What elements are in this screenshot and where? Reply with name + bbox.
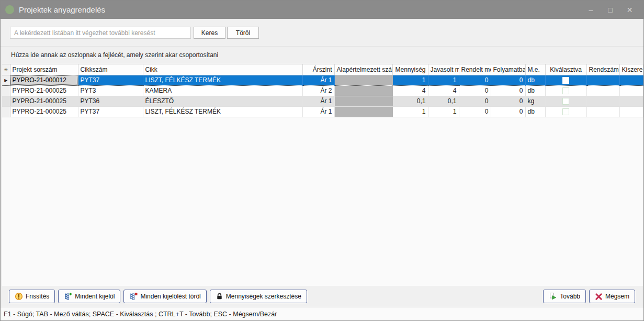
table-row[interactable]: PYPRO-21-000025PYT3KAMERAÁr 24400db [2,85,643,96]
forward-button[interactable]: Tovább [543,290,586,303]
search-button[interactable]: Keres [194,27,225,39]
row-indicator[interactable] [2,106,10,117]
grid-cell-kivalasztva[interactable] [545,85,586,96]
row-checkbox[interactable] [562,98,569,105]
bottom-toolbar: Frissítés Mindent kijelöl Minden [1,286,643,307]
grid-cell-rendelt-mennyiseg[interactable]: 0 [459,85,491,96]
row-indicator[interactable] [2,85,10,96]
minimize-button[interactable]: – [581,6,601,14]
column-header-alapertelmezett-szallito[interactable]: Alapértelmezett szállí [334,64,392,75]
row-checkbox[interactable] [562,108,569,115]
column-header-rendelt-mennyiseg[interactable]: Rendelt me [459,64,491,75]
grid-cell-projekt-sorszam[interactable]: PYPRO-21-000025 [10,85,78,96]
column-header-kiszereles[interactable]: Kiszere [619,64,643,75]
group-by-panel[interactable]: Húzza ide annak az oszlopnak a fejlécét,… [1,47,643,64]
row-indicator[interactable]: ▶ [2,75,10,85]
grid-cell-cikk[interactable]: LISZT, FÉLKÉSZ TERMÉK [143,75,302,85]
grid-cell-me[interactable]: kg [525,96,545,106]
column-header-mennyiseg[interactable]: Mennyiség [392,64,428,75]
edit-quantities-button[interactable]: Mennyiségek szerkesztése [210,290,307,303]
grid-cell-arszint[interactable]: Ár 1 [302,106,334,117]
grid-cell-cikk[interactable]: LISZT, FÉLKÉSZ TERMÉK [143,106,302,117]
grid-cell-rendelt-mennyiseg[interactable]: 0 [459,106,491,117]
grid-cell-kivalasztva[interactable] [545,96,586,106]
grid-cell-alapertelmezett-szallito[interactable] [334,75,392,85]
column-header-folyamatban[interactable]: Folyamatba [491,64,525,75]
grid-cell-cikkszam[interactable]: PYT37 [78,106,143,117]
window: Projektek anyagrendelés – □ ✕ Keres Törö… [0,0,644,321]
grid-cell-kivalasztva[interactable] [545,75,586,85]
grid-cell-mennyiseg[interactable]: 1 [392,75,428,85]
grid-cell-folyamatban[interactable]: 0 [491,106,525,117]
grid-cell-cikkszam[interactable]: PYT37 [78,75,143,85]
grid-cell-arszint[interactable]: Ár 2 [302,85,334,96]
titlebar[interactable]: Projektek anyagrendelés – □ ✕ [1,1,643,19]
search-input[interactable] [10,27,191,39]
grid-cell-alapertelmezett-szallito[interactable] [334,96,392,106]
table-row[interactable]: ▶PYPRO-21-000012PYT37LISZT, FÉLKÉSZ TERM… [2,75,643,85]
grid-cell-cikk[interactable]: KAMERA [143,85,302,96]
column-header-javasolt-mennyiseg[interactable]: Javasolt me [428,64,459,75]
column-header-cikk[interactable]: Cikk [143,64,302,75]
grid-cell-kiszereles[interactable] [619,106,643,117]
refresh-button[interactable]: Frissítés [9,290,55,303]
table-row[interactable]: PYPRO-21-000025PYT36ÉLESZTŐÁr 10,10,100k… [2,96,643,106]
maximize-button[interactable]: □ [601,6,620,14]
grid-cell-arszint[interactable]: Ár 1 [302,75,334,85]
grid-cell-projekt-sorszam[interactable]: PYPRO-21-000025 [10,106,78,117]
grid-cell-cikkszam[interactable]: PYT36 [78,96,143,106]
grid-cell-alapertelmezett-szallito[interactable] [334,85,392,96]
column-header-cikkszam[interactable]: Cikkszám [78,64,143,75]
column-header-arszint[interactable]: Árszint [302,64,334,75]
grid-cell-me[interactable]: db [525,75,545,85]
row-checkbox[interactable] [562,87,569,94]
column-header-projekt-sorszam[interactable]: Projekt sorszám [10,64,78,75]
app-icon [5,5,14,14]
grid-cell-folyamatban[interactable]: 0 [491,96,525,106]
close-button[interactable]: ✕ [620,6,639,14]
window-controls: – □ ✕ [581,1,639,19]
cancel-button[interactable]: Mégsem [589,290,635,303]
grid-corner-header[interactable]: ✳ [2,64,10,75]
grid-cell-me[interactable]: db [525,85,545,96]
row-indicator[interactable] [2,96,10,106]
grid-cell-projekt-sorszam[interactable]: PYPRO-21-000025 [10,96,78,106]
grid-cell-rendszam[interactable] [586,85,619,96]
grid-cell-rendszam[interactable] [586,96,619,106]
grid-cell-kiszereles[interactable] [619,85,643,96]
grid-cell-kiszereles[interactable] [619,96,643,106]
clear-selection-label: Minden kijelölést töröl [140,293,200,300]
grid-cell-mennyiseg[interactable]: 4 [392,85,428,96]
grid-cell-rendelt-mennyiseg[interactable]: 0 [459,75,491,85]
column-header-rendszam[interactable]: Rendszám [586,64,619,75]
column-header-me[interactable]: M.e. [525,64,545,75]
grid-cell-mennyiseg[interactable]: 0,1 [392,96,428,106]
grid-cell-projekt-sorszam[interactable]: PYPRO-21-000012 [10,75,78,85]
grid-cell-alapertelmezett-szallito[interactable] [334,106,392,117]
grid-cell-kiszereles[interactable] [619,75,643,85]
forward-icon [549,292,557,301]
select-all-button[interactable]: Mindent kijelöl [58,290,120,303]
grid-cell-folyamatban[interactable]: 0 [491,75,525,85]
grid: ✳Projekt sorszámCikkszámCikkÁrszintAlapé… [2,64,643,286]
row-checkbox[interactable] [562,77,569,84]
clear-search-button[interactable]: Töröl [227,27,259,39]
clear-selection-button[interactable]: Minden kijelölést töröl [123,290,206,303]
grid-cell-rendszam[interactable] [586,106,619,117]
grid-cell-javasolt-mennyiseg[interactable]: 1 [428,75,459,85]
grid-cell-kivalasztva[interactable] [545,106,586,117]
grid-cell-rendelt-mennyiseg[interactable]: 0 [459,96,491,106]
table-row[interactable]: PYPRO-21-000025PYT37LISZT, FÉLKÉSZ TERMÉ… [2,106,643,117]
grid-cell-javasolt-mennyiseg[interactable]: 4 [428,85,459,96]
column-header-kivalasztva[interactable]: Kiválasztva [545,64,586,75]
status-bar: F1 - Súgó; TAB - Mező váltás; SPACE - Ki… [1,307,643,321]
grid-cell-folyamatban[interactable]: 0 [491,85,525,96]
grid-cell-arszint[interactable]: Ár 1 [302,96,334,106]
grid-cell-cikk[interactable]: ÉLESZTŐ [143,96,302,106]
grid-cell-me[interactable]: db [525,106,545,117]
grid-cell-javasolt-mennyiseg[interactable]: 0,1 [428,96,459,106]
grid-cell-javasolt-mennyiseg[interactable]: 1 [428,106,459,117]
grid-cell-mennyiseg[interactable]: 1 [392,106,428,117]
grid-cell-cikkszam[interactable]: PYT3 [78,85,143,96]
grid-cell-rendszam[interactable] [586,75,619,85]
